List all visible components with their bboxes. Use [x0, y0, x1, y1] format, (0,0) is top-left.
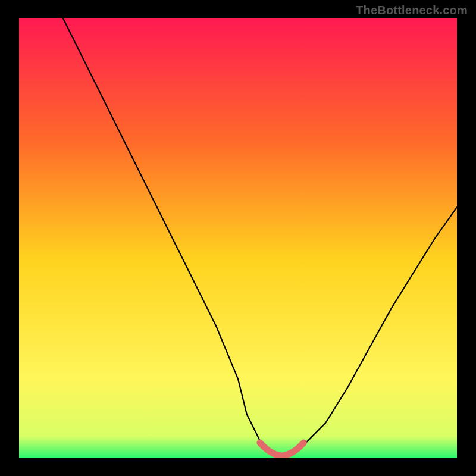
chart-frame: TheBottleneck.com: [0, 0, 476, 476]
chart-svg: [19, 18, 457, 458]
watermark-text: TheBottleneck.com: [356, 4, 468, 17]
gradient-background: [19, 18, 457, 458]
plot-area: [19, 18, 457, 458]
